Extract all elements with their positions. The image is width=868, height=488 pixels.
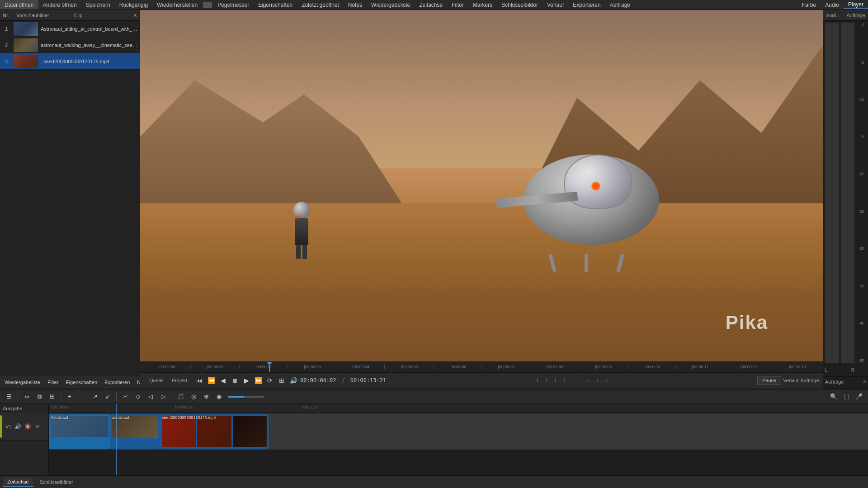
zoom-slider-fill [228, 396, 244, 398]
timeline-clip[interactable]: astronaut [110, 414, 160, 449]
menu-zuletzt[interactable]: Zuletzt geöffnet [297, 0, 344, 9]
menu-zeitachse[interactable]: Zeitachse [415, 0, 447, 9]
timeline-grid-button[interactable]: ⊞ [47, 391, 57, 402]
timeline-transform[interactable]: ◉ [213, 391, 224, 402]
menu-pegelmesser[interactable]: Pegelmesser [213, 0, 254, 9]
meter-l-label: L [825, 368, 828, 373]
timeline-link-button[interactable]: ⇔ [21, 391, 32, 402]
menu-filter[interactable]: Filter [447, 0, 468, 9]
menu-speichern[interactable]: Speichern [81, 0, 115, 9]
transport-controls-row: Quelle Projekt ⏮ ⏪ ◀ ⏹ ▶ ⏩ ⟳ ⊞ 🔊 00:00:0… [140, 373, 823, 389]
timeline-remove-button[interactable]: — [77, 391, 88, 402]
audio-button[interactable]: 🔊 [288, 375, 298, 385]
top-right-tab-farbe[interactable]: Farbe [797, 2, 821, 8]
verlauf-button[interactable]: Verlauf [783, 378, 798, 383]
footer-tab-eigenschaften[interactable]: Eigenschaften [63, 379, 100, 386]
tab-schluesselbilder[interactable]: Schlüsselbilder [35, 478, 78, 486]
timeline-effects[interactable]: ◎ [188, 391, 199, 402]
menu-andere-offnen[interactable]: Andere öffnen [38, 0, 81, 9]
clip-list-item[interactable]: 1 Astronaut_sitting_at_control_board_wit… [0, 21, 140, 37]
menu-ruckgangig[interactable]: Rückgängig [115, 0, 152, 9]
timeline-cut-button[interactable]: ✂ [120, 391, 131, 402]
menu-wiederherstellen[interactable]: Wiederherstellen [152, 0, 202, 9]
play-button[interactable]: ▶ [241, 375, 251, 385]
menu-wiedergabeliste[interactable]: Wiedergabeliste [367, 0, 415, 9]
pause-button[interactable]: Pause [757, 376, 781, 385]
left-panel-close[interactable]: × [133, 12, 137, 19]
track-eye-icon[interactable]: 👁 [34, 423, 41, 430]
column-headers: Nr. Vorschaubilder Clip [3, 13, 132, 18]
timeline-prev-button[interactable]: ◁ [145, 391, 156, 402]
timeline-ripple-button[interactable]: ◇ [132, 391, 143, 402]
menu-verlauf[interactable]: Verlauf [542, 0, 568, 9]
track-audio-icon[interactable]: 🔊 [14, 423, 21, 430]
timeline-audio-sync[interactable]: 🎵 [175, 391, 186, 402]
goto-start-button[interactable]: ⏮ [194, 375, 204, 385]
menu-bar: Datei öffnen Andere öffnen Speichern Rüc… [0, 0, 868, 10]
step-forward-button[interactable]: ⏩ [253, 375, 263, 385]
astronaut-legs [290, 245, 313, 259]
main-content: Nr. Vorschaubilder Clip × 1 Astronaut_si… [0, 10, 868, 389]
track-mute-icon[interactable]: 🔇 [24, 423, 31, 430]
time-mark-0: 00:00:00 [51, 405, 69, 409]
timeline-menu-button[interactable]: ☰ [4, 391, 14, 402]
grid-view-button[interactable]: ⊞ [277, 375, 287, 385]
ruler-mark: |00:00:09 [579, 365, 627, 369]
timeline-add-button[interactable]: + [64, 391, 75, 402]
toolbar-separator [61, 393, 61, 401]
astronaut-figure [290, 202, 313, 256]
menu-notes[interactable]: Notes [344, 0, 367, 9]
ruler-mark: |00:00:08 [530, 365, 578, 369]
left-panel-header: Nr. Vorschaubilder Clip × [0, 10, 140, 21]
tab-zeitachse[interactable]: Zeitachse [3, 478, 33, 487]
menu-datei-offnen[interactable]: Datei öffnen [0, 0, 38, 9]
timeline-down-button[interactable]: ↙ [102, 391, 113, 402]
top-right-tab-player[interactable]: Player [844, 1, 868, 9]
auftrage-header-section: Aufträge × [825, 379, 866, 385]
clip-label: seed2009005309120175.mp4 [162, 415, 216, 420]
menu-auftrage[interactable]: Aufträge [605, 0, 635, 9]
menu-separator-1 [203, 2, 212, 8]
step-back-button[interactable]: ⏪ [206, 375, 216, 385]
menu-exportieren[interactable]: Exportieren [568, 0, 605, 9]
clip-number: 2 [2, 42, 11, 48]
clip-list-item[interactable]: 3 _seed2009005309120175.mp4 [0, 53, 140, 70]
timeline-up-button[interactable]: ↗ [90, 391, 100, 402]
rewind-button[interactable]: ◀ [218, 375, 228, 385]
top-right-tab-audio[interactable]: Audio [821, 2, 844, 8]
auftrage-button[interactable]: Aufträge [800, 378, 819, 383]
audio-meter-header: Audi... Aufträge [823, 10, 868, 21]
footer-tab-wiedergabeliste[interactable]: Wiedergabeliste [2, 379, 43, 386]
auftrage-close[interactable]: × [863, 379, 866, 385]
ruler-mark: |00:00:10 [627, 365, 675, 369]
footer-tab-filter[interactable]: Filter [45, 379, 61, 386]
db-minus25: -25 [859, 209, 864, 214]
timeline-clip[interactable]: seed2009005309120175.mp4 [160, 414, 269, 449]
timeline-next-button[interactable]: ▷ [158, 391, 169, 402]
meter-lr-labels: L R [825, 368, 854, 373]
clip-thumbnail [14, 38, 38, 52]
timeline-multicam-button[interactable]: ⧉ [34, 391, 45, 402]
astronaut-leg [296, 245, 301, 259]
menu-markers[interactable]: Markers [468, 0, 497, 9]
timeline-clip[interactable]: Astronaut [49, 414, 110, 449]
stop-button[interactable]: ⏹ [230, 375, 240, 385]
clip-thumb-item [162, 416, 196, 447]
menu-eigenschaften[interactable]: Eigenschaften [254, 0, 297, 9]
menu-schluesselbilder[interactable]: Schlüsselbilder [497, 0, 542, 9]
zoom-toggle-button[interactable]: ⬚ [841, 391, 852, 402]
footer-tab-exportieren[interactable]: Exportieren [102, 379, 132, 386]
zoom-slider[interactable] [228, 396, 264, 398]
mic-button[interactable]: 🎤 [854, 391, 864, 402]
loop-button[interactable]: ⟳ [265, 375, 275, 385]
clip-thumb-strip [162, 416, 267, 447]
ruler-mark: |00:00:01 [190, 365, 239, 369]
zoom-fit-button[interactable]: 🔍 [828, 391, 839, 402]
track-lane-v1: Astronaut astronaut [49, 413, 868, 450]
project-tab[interactable]: Projekt [169, 377, 190, 384]
spacecraft [505, 127, 686, 263]
timeline-stabilize[interactable]: ⊕ [201, 391, 212, 402]
db-minus10: -10 [859, 97, 864, 102]
clip-list-item[interactable]: 2 astronaut_walking_away__cinematic_seed… [0, 37, 140, 53]
source-tab[interactable]: Quelle [146, 377, 166, 384]
